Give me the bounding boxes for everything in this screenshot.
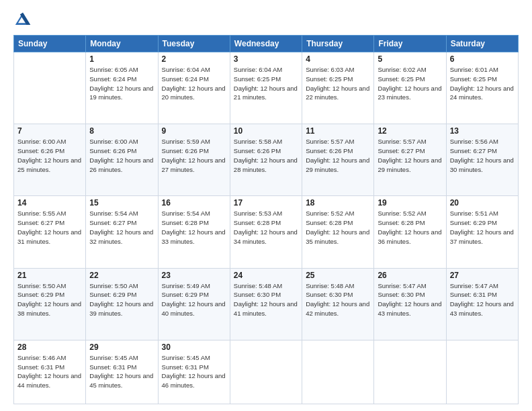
day-number: 11 <box>306 126 370 136</box>
calendar-header-thursday: Thursday <box>302 36 374 52</box>
calendar-cell: 7Sunrise: 6:00 AM Sunset: 6:26 PM Daylig… <box>14 124 86 196</box>
calendar-cell: 29Sunrise: 5:45 AM Sunset: 6:31 PM Dayli… <box>86 340 158 404</box>
calendar-cell: 6Sunrise: 6:01 AM Sunset: 6:25 PM Daylig… <box>446 52 518 124</box>
calendar-cell <box>446 340 518 404</box>
day-info: Sunrise: 5:55 AM Sunset: 6:27 PM Dayligh… <box>17 209 82 246</box>
calendar-cell: 12Sunrise: 5:57 AM Sunset: 6:27 PM Dayli… <box>374 124 446 196</box>
calendar-cell: 17Sunrise: 5:53 AM Sunset: 6:28 PM Dayli… <box>230 196 302 268</box>
day-info: Sunrise: 5:59 AM Sunset: 6:26 PM Dayligh… <box>162 137 226 174</box>
day-info: Sunrise: 5:52 AM Sunset: 6:28 PM Dayligh… <box>306 209 370 246</box>
day-number: 28 <box>17 342 82 352</box>
day-info: Sunrise: 5:56 AM Sunset: 6:27 PM Dayligh… <box>450 137 515 174</box>
calendar-cell: 3Sunrise: 6:04 AM Sunset: 6:25 PM Daylig… <box>230 52 302 124</box>
calendar-cell <box>14 52 86 124</box>
calendar-cell: 18Sunrise: 5:52 AM Sunset: 6:28 PM Dayli… <box>302 196 374 268</box>
day-info: Sunrise: 5:48 AM Sunset: 6:30 PM Dayligh… <box>306 281 370 318</box>
calendar-header-monday: Monday <box>86 36 158 52</box>
calendar-cell: 20Sunrise: 5:51 AM Sunset: 6:29 PM Dayli… <box>446 196 518 268</box>
day-number: 2 <box>162 54 226 64</box>
day-number: 4 <box>306 54 370 64</box>
calendar-cell: 19Sunrise: 5:52 AM Sunset: 6:28 PM Dayli… <box>374 196 446 268</box>
calendar-cell: 15Sunrise: 5:54 AM Sunset: 6:27 PM Dayli… <box>86 196 158 268</box>
day-info: Sunrise: 6:00 AM Sunset: 6:26 PM Dayligh… <box>17 137 82 174</box>
calendar-cell <box>374 340 446 404</box>
day-number: 25 <box>306 271 370 280</box>
day-info: Sunrise: 6:02 AM Sunset: 6:25 PM Dayligh… <box>378 65 442 102</box>
day-number: 15 <box>89 198 154 208</box>
day-info: Sunrise: 6:04 AM Sunset: 6:25 PM Dayligh… <box>234 65 298 102</box>
day-info: Sunrise: 5:49 AM Sunset: 6:29 PM Dayligh… <box>162 281 226 318</box>
calendar-week-row: 14Sunrise: 5:55 AM Sunset: 6:27 PM Dayli… <box>14 196 519 268</box>
calendar-cell: 10Sunrise: 5:58 AM Sunset: 6:26 PM Dayli… <box>230 124 302 196</box>
calendar-cell: 8Sunrise: 6:00 AM Sunset: 6:26 PM Daylig… <box>86 124 158 196</box>
day-number: 29 <box>89 342 154 352</box>
day-number: 14 <box>17 198 82 208</box>
calendar-header-saturday: Saturday <box>446 36 518 52</box>
calendar-week-row: 28Sunrise: 5:46 AM Sunset: 6:31 PM Dayli… <box>14 340 519 404</box>
calendar-cell: 4Sunrise: 6:03 AM Sunset: 6:25 PM Daylig… <box>302 52 374 124</box>
calendar-cell: 5Sunrise: 6:02 AM Sunset: 6:25 PM Daylig… <box>374 52 446 124</box>
day-number: 5 <box>378 54 442 64</box>
day-number: 12 <box>378 126 442 136</box>
calendar-week-row: 1Sunrise: 6:05 AM Sunset: 6:24 PM Daylig… <box>14 52 519 124</box>
day-number: 26 <box>378 271 442 280</box>
day-info: Sunrise: 5:54 AM Sunset: 6:28 PM Dayligh… <box>162 209 226 246</box>
day-number: 17 <box>234 198 298 208</box>
calendar-cell: 30Sunrise: 5:45 AM Sunset: 6:31 PM Dayli… <box>158 340 230 404</box>
calendar-cell: 25Sunrise: 5:48 AM Sunset: 6:30 PM Dayli… <box>302 268 374 340</box>
calendar-header-wednesday: Wednesday <box>230 36 302 52</box>
calendar-cell: 2Sunrise: 6:04 AM Sunset: 6:24 PM Daylig… <box>158 52 230 124</box>
calendar-header-row: SundayMondayTuesdayWednesdayThursdayFrid… <box>14 36 519 52</box>
day-number: 6 <box>450 54 515 64</box>
day-number: 21 <box>17 271 82 280</box>
calendar-cell: 22Sunrise: 5:50 AM Sunset: 6:29 PM Dayli… <box>86 268 158 340</box>
calendar-cell <box>230 340 302 404</box>
day-info: Sunrise: 5:58 AM Sunset: 6:26 PM Dayligh… <box>234 137 298 174</box>
day-info: Sunrise: 6:01 AM Sunset: 6:25 PM Dayligh… <box>450 65 515 102</box>
day-number: 3 <box>234 54 298 64</box>
day-number: 30 <box>162 342 226 352</box>
day-number: 19 <box>378 198 442 208</box>
day-info: Sunrise: 5:52 AM Sunset: 6:28 PM Dayligh… <box>378 209 442 246</box>
logo-icon <box>13 11 32 30</box>
calendar-cell: 16Sunrise: 5:54 AM Sunset: 6:28 PM Dayli… <box>158 196 230 268</box>
day-number: 8 <box>89 126 154 136</box>
day-info: Sunrise: 6:00 AM Sunset: 6:26 PM Dayligh… <box>89 137 154 174</box>
day-info: Sunrise: 5:53 AM Sunset: 6:28 PM Dayligh… <box>234 209 298 246</box>
day-number: 20 <box>450 198 515 208</box>
day-number: 7 <box>17 126 82 136</box>
day-number: 9 <box>162 126 226 136</box>
day-number: 22 <box>89 271 154 280</box>
day-info: Sunrise: 5:54 AM Sunset: 6:27 PM Dayligh… <box>89 209 154 246</box>
calendar-header-tuesday: Tuesday <box>158 36 230 52</box>
calendar-cell: 23Sunrise: 5:49 AM Sunset: 6:29 PM Dayli… <box>158 268 230 340</box>
day-number: 27 <box>450 271 515 280</box>
day-number: 18 <box>306 198 370 208</box>
day-info: Sunrise: 5:47 AM Sunset: 6:31 PM Dayligh… <box>450 281 515 318</box>
day-info: Sunrise: 5:48 AM Sunset: 6:30 PM Dayligh… <box>234 281 298 318</box>
day-info: Sunrise: 5:50 AM Sunset: 6:29 PM Dayligh… <box>17 281 82 318</box>
day-info: Sunrise: 5:45 AM Sunset: 6:31 PM Dayligh… <box>162 353 226 390</box>
calendar-cell: 9Sunrise: 5:59 AM Sunset: 6:26 PM Daylig… <box>158 124 230 196</box>
day-info: Sunrise: 6:05 AM Sunset: 6:24 PM Dayligh… <box>89 65 154 102</box>
day-info: Sunrise: 5:51 AM Sunset: 6:29 PM Dayligh… <box>450 209 515 246</box>
calendar-header-friday: Friday <box>374 36 446 52</box>
calendar-cell: 26Sunrise: 5:47 AM Sunset: 6:30 PM Dayli… <box>374 268 446 340</box>
calendar-cell: 14Sunrise: 5:55 AM Sunset: 6:27 PM Dayli… <box>14 196 86 268</box>
calendar-cell <box>302 340 374 404</box>
calendar-cell: 28Sunrise: 5:46 AM Sunset: 6:31 PM Dayli… <box>14 340 86 404</box>
calendar-cell: 11Sunrise: 5:57 AM Sunset: 6:26 PM Dayli… <box>302 124 374 196</box>
day-info: Sunrise: 5:57 AM Sunset: 6:27 PM Dayligh… <box>378 137 442 174</box>
calendar-week-row: 7Sunrise: 6:00 AM Sunset: 6:26 PM Daylig… <box>14 124 519 196</box>
day-info: Sunrise: 5:57 AM Sunset: 6:26 PM Dayligh… <box>306 137 370 174</box>
calendar-cell: 1Sunrise: 6:05 AM Sunset: 6:24 PM Daylig… <box>86 52 158 124</box>
calendar-cell: 24Sunrise: 5:48 AM Sunset: 6:30 PM Dayli… <box>230 268 302 340</box>
day-number: 1 <box>89 54 154 64</box>
day-number: 10 <box>234 126 298 136</box>
day-info: Sunrise: 6:04 AM Sunset: 6:24 PM Dayligh… <box>162 65 226 102</box>
day-info: Sunrise: 6:03 AM Sunset: 6:25 PM Dayligh… <box>306 65 370 102</box>
calendar-week-row: 21Sunrise: 5:50 AM Sunset: 6:29 PM Dayli… <box>14 268 519 340</box>
day-number: 23 <box>162 271 226 280</box>
day-info: Sunrise: 5:47 AM Sunset: 6:30 PM Dayligh… <box>378 281 442 318</box>
day-number: 24 <box>234 271 298 280</box>
